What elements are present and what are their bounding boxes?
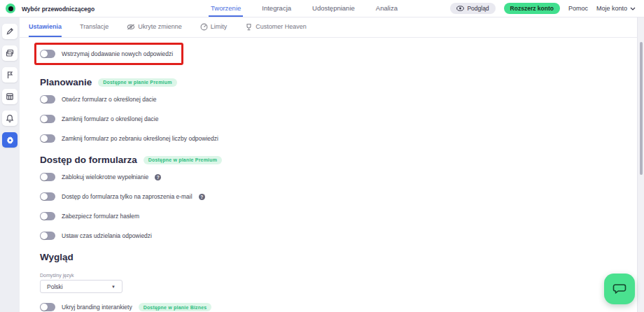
pause-responses-toggle[interactable] bbox=[40, 50, 55, 58]
section-wyglad: Wygląd bbox=[40, 252, 637, 262]
toggle-row-hide-branding: Ukryj branding interankiety Dostępne w p… bbox=[40, 303, 637, 311]
section-title: Dostęp do formularza bbox=[40, 155, 137, 165]
form-title: Wybór przewodniczącego bbox=[22, 6, 94, 13]
calculator-icon[interactable] bbox=[2, 89, 18, 104]
open-date-toggle[interactable] bbox=[40, 95, 55, 104]
preview-label: Podgląd bbox=[467, 5, 489, 12]
premium-badge: Dostępne w planie Premium bbox=[144, 156, 222, 164]
toggle-row-pause-responses: Wstrzymaj dodawanie nowych odpowiedzi bbox=[40, 50, 173, 58]
toggle-label: Zablokuj wielokrotne wypełnianie bbox=[62, 173, 148, 180]
gear-icon[interactable] bbox=[2, 132, 18, 148]
tab-label: Ukryte zmienne bbox=[138, 23, 182, 30]
toggle-row-close-date: Zamknij formularz o określonej dacie bbox=[40, 115, 637, 123]
toggle-row-open-date: Otwórz formularz o określonej dacie bbox=[40, 95, 637, 104]
app-logo[interactable] bbox=[6, 3, 15, 13]
settings-content: Wstrzymaj dodawanie nowych odpowiedzi Pl… bbox=[20, 38, 637, 312]
logo-dot bbox=[8, 6, 13, 11]
pencil-icon[interactable] bbox=[2, 24, 18, 39]
help-icon[interactable]: ? bbox=[199, 194, 205, 200]
highlight-box: Wstrzymaj dodawanie nowych odpowiedzi bbox=[34, 43, 183, 65]
close-date-toggle[interactable] bbox=[40, 115, 55, 123]
section-dostep: Dostęp do formularza Dostępne w planie P… bbox=[40, 155, 637, 165]
toggle-row-close-limit: Zamknij formularz po zebraniu określonej… bbox=[40, 134, 637, 143]
tab-integracja[interactable]: Integracja bbox=[260, 0, 293, 17]
toggle-label: Otwórz formularz o określonej dacie bbox=[62, 96, 157, 103]
cards-icon[interactable] bbox=[2, 45, 18, 61]
toggle-row-password: Zabezpiecz formularz hasłem bbox=[40, 212, 637, 220]
block-multiple-toggle[interactable] bbox=[40, 173, 55, 181]
tab-customer-heaven[interactable]: Customer Heaven bbox=[245, 17, 307, 37]
tab-label: Customer Heaven bbox=[255, 23, 307, 30]
hide-branding-toggle[interactable] bbox=[40, 303, 55, 311]
chat-bubble-icon bbox=[612, 283, 626, 295]
toggle-row-block-multiple: Zablokuj wielokrotne wypełnianie ? bbox=[40, 173, 637, 181]
top-bar: Wybór przewodniczącego Tworzenie Integra… bbox=[0, 0, 644, 17]
language-select[interactable]: Polski ▼ bbox=[40, 280, 122, 293]
section-title: Planowanie bbox=[40, 77, 92, 87]
language-field-label: Domyślny język bbox=[40, 273, 637, 278]
settings-tab-bar: Ustawienia Translacje Ukryte zmienne Lim… bbox=[20, 17, 637, 38]
invite-only-toggle[interactable] bbox=[40, 192, 55, 201]
eye-slash-icon bbox=[127, 24, 135, 30]
tab-label: Translacje bbox=[80, 23, 108, 30]
tab-udostepnianie[interactable]: Udostępnianie bbox=[310, 0, 357, 17]
tab-label: Limity bbox=[211, 23, 227, 30]
left-icon-sidebar bbox=[0, 17, 20, 312]
gauge-icon bbox=[200, 23, 208, 31]
biznes-badge: Dostępne w planie Biznes bbox=[139, 303, 212, 311]
scrollbar-thumb[interactable] bbox=[640, 42, 643, 175]
tab-ustawienia[interactable]: Ustawienia bbox=[29, 17, 62, 37]
toggle-row-time-limit: Ustaw czas udzielania odpowiedzi bbox=[40, 232, 637, 240]
main-nav: Tworzenie Integracja Udostępnianie Anali… bbox=[209, 0, 400, 17]
bell-icon[interactable] bbox=[2, 111, 18, 126]
select-arrow-icon: ▼ bbox=[111, 285, 115, 289]
tab-ukryte-zmienne[interactable]: Ukryte zmienne bbox=[127, 17, 182, 37]
tab-limity[interactable]: Limity bbox=[200, 17, 227, 37]
chevron-down-icon bbox=[630, 7, 636, 10]
eye-icon bbox=[456, 6, 464, 11]
trophy-icon bbox=[245, 23, 253, 31]
close-limit-toggle[interactable] bbox=[40, 134, 55, 143]
account-menu[interactable]: Moje konto bbox=[596, 5, 636, 12]
toggle-label: Zamknij formularz po zebraniu określonej… bbox=[62, 135, 218, 142]
help-link[interactable]: Pomoc bbox=[568, 5, 588, 12]
account-label: Moje konto bbox=[596, 5, 627, 12]
toggle-row-invite-only: Dostęp do formularza tylko na zaproszeni… bbox=[40, 192, 637, 201]
toggle-label: Zamknij formularz o określonej dacie bbox=[62, 115, 158, 122]
vertical-scrollbar bbox=[637, 17, 644, 312]
password-toggle[interactable] bbox=[40, 212, 55, 220]
tab-tworzenie[interactable]: Tworzenie bbox=[209, 0, 243, 17]
help-icon[interactable]: ? bbox=[155, 174, 161, 180]
time-limit-toggle[interactable] bbox=[40, 232, 55, 240]
section-title: Wygląd bbox=[40, 252, 74, 262]
language-value: Polski bbox=[47, 283, 63, 290]
chat-widget-button[interactable] bbox=[604, 274, 635, 304]
toggle-label: Ukryj branding interankiety bbox=[62, 304, 132, 311]
tab-translacje[interactable]: Translacje bbox=[80, 17, 108, 37]
tab-label: Ustawienia bbox=[29, 23, 62, 30]
toggle-label: Zabezpiecz formularz hasłem bbox=[62, 213, 139, 220]
preview-button[interactable]: Podgląd bbox=[450, 3, 495, 14]
premium-badge: Dostępne w planie Premium bbox=[98, 78, 176, 87]
topbar-actions: Podgląd Rozszerz konto Pomoc Moje konto bbox=[450, 0, 636, 17]
toggle-label: Ustaw czas udzielania odpowiedzi bbox=[62, 232, 152, 239]
settings-panel: Ustawienia Translacje Ukryte zmienne Lim… bbox=[20, 17, 637, 312]
section-planowanie: Planowanie Dostępne w planie Premium bbox=[40, 77, 637, 87]
toggle-label: Wstrzymaj dodawanie nowych odpowiedzi bbox=[62, 50, 173, 57]
tab-analiza[interactable]: Analiza bbox=[374, 0, 400, 17]
upgrade-account-button[interactable]: Rozszerz konto bbox=[504, 3, 560, 14]
toggle-label: Dostęp do formularza tylko na zaproszeni… bbox=[62, 193, 192, 200]
flag-icon[interactable] bbox=[2, 67, 18, 83]
